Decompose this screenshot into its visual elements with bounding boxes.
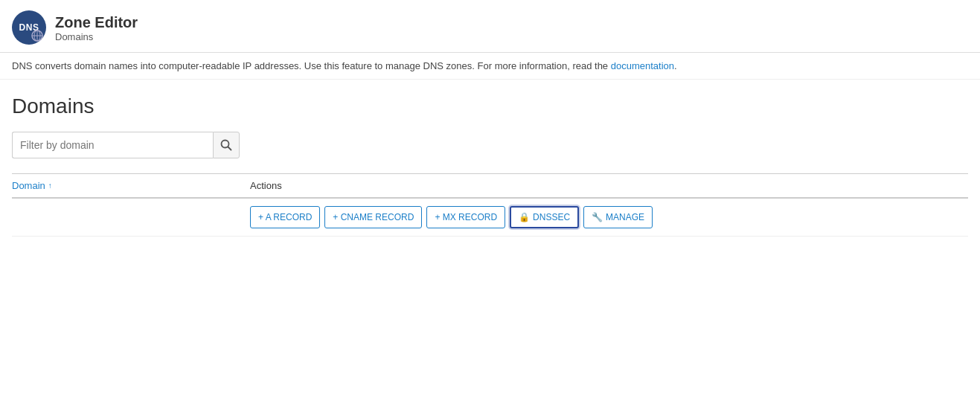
svg-line-5 <box>228 147 231 150</box>
table-row: + A RECORD + CNAME RECORD + MX RECORD 🔒 … <box>12 199 968 237</box>
search-icon <box>220 139 232 151</box>
app-title: Zone Editor <box>55 13 138 31</box>
a-record-label: + A RECORD <box>258 212 312 222</box>
search-button[interactable] <box>213 132 240 158</box>
wrench-icon: 🔧 <box>592 212 603 222</box>
mx-record-label: + MX RECORD <box>435 212 497 222</box>
manage-button[interactable]: 🔧 MANAGE <box>583 206 653 228</box>
dnssec-label: DNSSEC <box>533 212 570 222</box>
column-domain-label: Domain <box>12 180 45 191</box>
cname-record-button[interactable]: + CNAME RECORD <box>324 206 422 228</box>
documentation-link[interactable]: documentation <box>611 60 674 71</box>
header-titles: Zone Editor Domains <box>55 13 138 42</box>
cname-record-label: + CNAME RECORD <box>333 212 414 222</box>
a-record-button[interactable]: + A RECORD <box>250 206 320 228</box>
domains-table: Domain ↑ Actions + A RECORD + CNAME RECO… <box>12 173 968 237</box>
table-header: Domain ↑ Actions <box>12 173 968 199</box>
page-title: Domains <box>12 94 968 118</box>
manage-label: MANAGE <box>606 212 644 222</box>
row-actions-cell: + A RECORD + CNAME RECORD + MX RECORD 🔒 … <box>250 206 653 228</box>
info-suffix: . <box>674 60 677 71</box>
dnssec-button[interactable]: 🔒 DNSSEC <box>510 206 579 228</box>
globe-icon <box>31 30 43 42</box>
dns-logo: DNS <box>12 10 46 45</box>
info-bar: DNS converts domain names into computer-… <box>0 53 980 80</box>
page-header: DNS Zone Editor Domains <box>0 0 980 53</box>
main-content: Domains Domain ↑ Actions + A RECO <box>0 80 980 244</box>
column-actions: Actions <box>250 180 282 191</box>
lock-icon: 🔒 <box>519 212 530 222</box>
app-subtitle: Domains <box>55 31 138 42</box>
filter-input[interactable] <box>12 132 213 158</box>
column-domain[interactable]: Domain ↑ <box>12 180 250 191</box>
filter-row <box>12 132 968 158</box>
mx-record-button[interactable]: + MX RECORD <box>426 206 505 228</box>
info-text: DNS converts domain names into computer-… <box>12 60 611 71</box>
column-actions-label: Actions <box>250 180 282 191</box>
sort-arrow-icon: ↑ <box>48 182 52 190</box>
